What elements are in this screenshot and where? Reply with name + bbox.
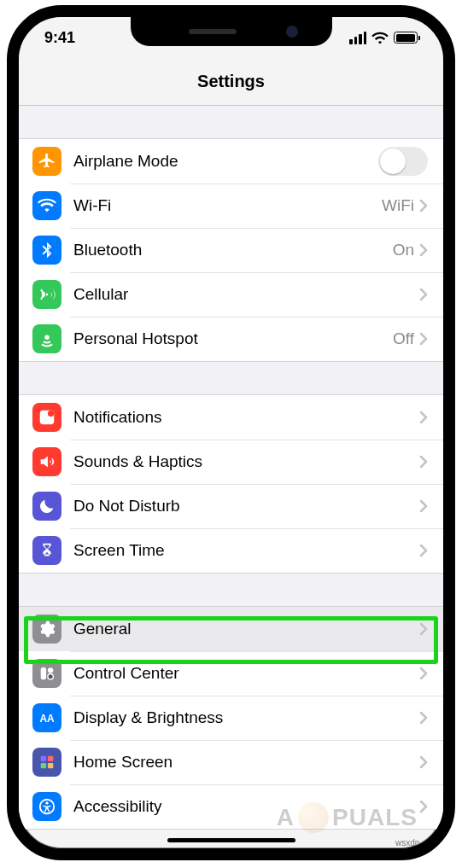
wifi-status-icon bbox=[371, 32, 389, 44]
chevron-right-icon bbox=[419, 622, 428, 636]
row-bluetooth[interactable]: BluetoothOn bbox=[19, 228, 443, 272]
svg-point-4 bbox=[48, 673, 53, 679]
chevron-right-icon bbox=[419, 499, 428, 513]
chevron-right-icon bbox=[419, 667, 428, 680]
group-spacer bbox=[19, 362, 443, 394]
toggle-airplane[interactable] bbox=[378, 147, 428, 176]
control-center-icon bbox=[32, 659, 61, 688]
hourglass-icon bbox=[32, 536, 61, 565]
watermark: A PUALS bbox=[277, 802, 418, 833]
hotspot-icon bbox=[32, 324, 61, 353]
row-label: Airplane Mode bbox=[73, 152, 378, 171]
chevron-right-icon bbox=[419, 288, 428, 301]
home-screen-icon bbox=[32, 748, 61, 777]
svg-rect-8 bbox=[41, 763, 46, 768]
row-value: Off bbox=[393, 329, 414, 348]
svg-rect-9 bbox=[48, 763, 53, 768]
row-label: Sounds & Haptics bbox=[73, 452, 419, 471]
row-general[interactable]: General bbox=[19, 607, 443, 651]
row-label: Personal Hotspot bbox=[73, 329, 393, 348]
row-cellular[interactable]: Cellular bbox=[19, 272, 443, 317]
settings-group: NotificationsSounds & HapticsDo Not Dist… bbox=[19, 394, 443, 574]
bluetooth-icon bbox=[32, 236, 61, 265]
sounds-icon bbox=[32, 447, 61, 476]
svg-point-3 bbox=[48, 667, 53, 673]
gear-icon bbox=[32, 615, 61, 644]
svg-rect-6 bbox=[41, 756, 46, 761]
chevron-right-icon bbox=[419, 755, 428, 769]
notch bbox=[131, 17, 332, 46]
airplane-icon bbox=[32, 147, 61, 176]
row-label: Cellular bbox=[73, 285, 419, 304]
row-label: Do Not Disturb bbox=[73, 497, 419, 516]
row-label: Notifications bbox=[73, 408, 419, 427]
status-time: 9:41 bbox=[44, 29, 75, 47]
chevron-right-icon bbox=[419, 332, 428, 346]
home-indicator[interactable] bbox=[167, 838, 295, 842]
row-label: Display & Brightness bbox=[73, 708, 419, 727]
row-wifi[interactable]: Wi-FiWiFi bbox=[19, 184, 443, 228]
svg-text:AA: AA bbox=[39, 713, 55, 725]
svg-point-11 bbox=[45, 801, 48, 804]
row-label: Bluetooth bbox=[73, 241, 393, 259]
moon-icon bbox=[32, 492, 61, 521]
settings-content[interactable]: Airplane ModeWi-FiWiFiBluetoothOnCellula… bbox=[19, 106, 443, 830]
display-icon: AA bbox=[32, 703, 61, 732]
phone-frame: 9:41 Settings Airplane ModeWi-FiWiFiBlue… bbox=[7, 5, 455, 860]
chevron-right-icon bbox=[419, 800, 428, 813]
watermark-face-icon bbox=[298, 802, 329, 833]
row-label: General bbox=[73, 620, 419, 638]
accessibility-icon bbox=[32, 792, 61, 821]
page-title: Settings bbox=[197, 72, 265, 91]
page-header: Settings bbox=[19, 58, 443, 106]
source-text: wsxdn.com bbox=[395, 838, 438, 848]
row-label: Wi-Fi bbox=[73, 196, 382, 215]
row-homescreen[interactable]: Home Screen bbox=[19, 740, 443, 784]
row-display[interactable]: AADisplay & Brightness bbox=[19, 696, 443, 740]
row-controlcenter[interactable]: Control Center bbox=[19, 651, 443, 696]
row-sounds[interactable]: Sounds & Haptics bbox=[19, 440, 443, 484]
notifications-icon bbox=[32, 403, 61, 432]
group-spacer bbox=[19, 574, 443, 606]
group-spacer bbox=[19, 106, 443, 138]
settings-group: Airplane ModeWi-FiWiFiBluetoothOnCellula… bbox=[19, 138, 443, 362]
row-screentime[interactable]: Screen Time bbox=[19, 528, 443, 573]
row-notifications[interactable]: Notifications bbox=[19, 395, 443, 440]
chevron-right-icon bbox=[419, 544, 428, 557]
chevron-right-icon bbox=[419, 199, 428, 213]
row-label: Home Screen bbox=[73, 753, 419, 772]
chevron-right-icon bbox=[419, 711, 428, 725]
row-dnd[interactable]: Do Not Disturb bbox=[19, 484, 443, 528]
settings-group: GeneralControl CenterAADisplay & Brightn… bbox=[19, 606, 443, 830]
battery-icon bbox=[394, 32, 418, 44]
wifi-icon bbox=[32, 191, 61, 220]
row-value: WiFi bbox=[382, 196, 414, 215]
chevron-right-icon bbox=[419, 455, 428, 469]
svg-point-1 bbox=[48, 411, 54, 417]
row-value: On bbox=[393, 241, 414, 259]
row-hotspot[interactable]: Personal HotspotOff bbox=[19, 317, 443, 361]
row-label: Control Center bbox=[73, 664, 419, 683]
chevron-right-icon bbox=[419, 411, 428, 424]
row-airplane[interactable]: Airplane Mode bbox=[19, 139, 443, 184]
svg-rect-7 bbox=[48, 756, 53, 761]
cellular-signal-icon bbox=[349, 32, 366, 44]
cellular-icon bbox=[32, 280, 61, 309]
chevron-right-icon bbox=[419, 243, 428, 257]
svg-rect-2 bbox=[41, 667, 46, 680]
row-label: Screen Time bbox=[73, 541, 419, 560]
